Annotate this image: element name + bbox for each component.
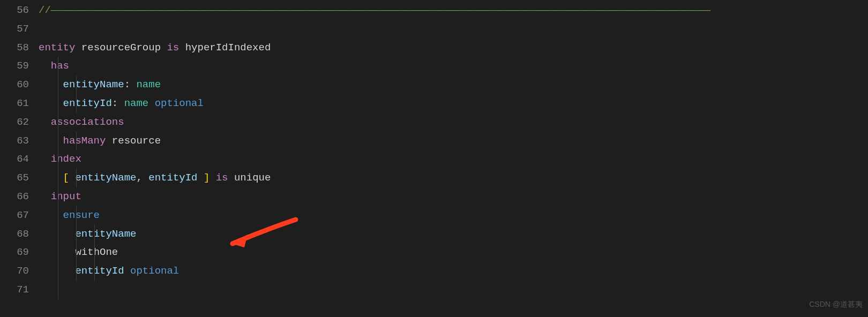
- code-line[interactable]: input: [39, 187, 868, 206]
- code-line[interactable]: entity resourceGroup is hyperIdIndexed: [39, 39, 868, 57]
- comma: ,: [136, 172, 142, 184]
- line-number: 57: [0, 20, 29, 39]
- line-number: 71: [0, 281, 29, 299]
- code-line[interactable]: hasMany resource: [39, 132, 868, 150]
- code-line[interactable]: has: [39, 57, 868, 76]
- line-number: 56: [0, 1, 29, 20]
- line-number: 68: [0, 225, 29, 244]
- line-number: 58: [0, 39, 29, 57]
- code-editor[interactable]: 56 57 58 59 60 61 62 63 64 65 66 67 68 6…: [0, 0, 868, 317]
- field-withOne: withOne: [75, 246, 118, 258]
- code-line[interactable]: entityId optional: [39, 262, 868, 281]
- code-line[interactable]: [ entityName, entityId ] is unique: [39, 169, 868, 187]
- field-entityName: entityName: [75, 228, 136, 240]
- keyword-is: is: [167, 42, 179, 54]
- line-number: 69: [0, 243, 29, 262]
- type-name: name: [136, 79, 161, 90]
- line-number-gutter: 56 57 58 59 60 61 62 63 64 65 66 67 68 6…: [0, 0, 39, 317]
- keyword-has: has: [51, 60, 69, 72]
- line-number: 67: [0, 206, 29, 225]
- field-entityId: entityId: [63, 97, 112, 109]
- field-entityId: entityId: [148, 172, 197, 184]
- modifier-optional: optional: [155, 97, 204, 109]
- type-hyperIdIndexed: hyperIdIndexed: [185, 42, 271, 54]
- type-name: name: [124, 97, 149, 109]
- keyword-entity: entity: [39, 42, 75, 54]
- line-number: 65: [0, 169, 29, 187]
- code-line[interactable]: entityName: name: [39, 76, 868, 94]
- field-entityId: entityId: [75, 265, 124, 277]
- code-line[interactable]: [39, 20, 868, 39]
- code-line[interactable]: associations: [39, 113, 868, 132]
- line-number: 66: [0, 187, 29, 206]
- line-number: 62: [0, 113, 29, 132]
- line-number: 64: [0, 150, 29, 169]
- code-line[interactable]: ensure: [39, 206, 868, 225]
- bracket-open: [: [63, 172, 69, 184]
- identifier-resourceGroup: resourceGroup: [81, 42, 161, 54]
- keyword-ensure: ensure: [63, 209, 100, 221]
- keyword-input: input: [51, 191, 81, 202]
- keyword-associations: associations: [51, 116, 124, 128]
- code-line[interactable]: entityName: [39, 225, 868, 244]
- line-number: 60: [0, 76, 29, 94]
- line-number: 61: [0, 94, 29, 113]
- line-number: 63: [0, 132, 29, 150]
- keyword-hasMany: hasMany: [63, 135, 106, 147]
- code-line[interactable]: index: [39, 150, 868, 169]
- bracket-close: ]: [204, 172, 209, 184]
- code-line[interactable]: entityId: name optional: [39, 94, 868, 113]
- code-line[interactable]: withOne: [39, 243, 868, 262]
- field-entityName: entityName: [75, 172, 136, 184]
- keyword-is: is: [216, 172, 228, 184]
- code-content[interactable]: //——————————————————————————————————————…: [39, 0, 868, 317]
- modifier-optional: optional: [130, 265, 179, 277]
- watermark-text: CSDN @道甚夷: [809, 295, 863, 314]
- keyword-unique: unique: [234, 172, 271, 184]
- colon: :: [124, 79, 130, 90]
- line-number: 59: [0, 57, 29, 76]
- code-line[interactable]: //——————————————————————————————————————…: [39, 1, 868, 20]
- keyword-index: index: [51, 153, 81, 165]
- comment-slashes: //: [39, 4, 51, 16]
- comment-dashes: ————————————————————————————————————————…: [51, 4, 710, 16]
- colon: :: [112, 97, 118, 109]
- identifier-resource: resource: [112, 135, 161, 147]
- code-line[interactable]: [39, 281, 868, 299]
- field-entityName: entityName: [63, 79, 124, 90]
- line-number: 70: [0, 262, 29, 281]
